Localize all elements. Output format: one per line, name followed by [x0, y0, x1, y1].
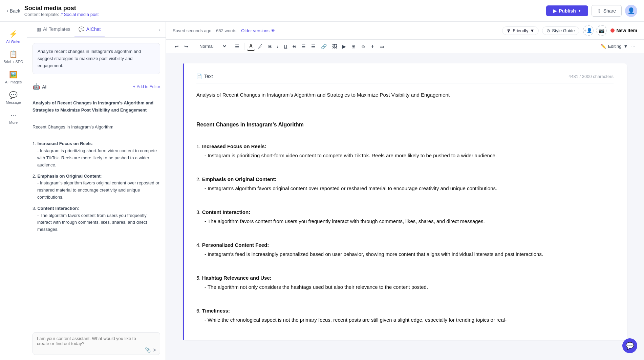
- doc-content[interactable]: Analysis of Recent Changes in Instagram'…: [196, 90, 614, 324]
- main-layout: ⚡ AI Writer 📋 Brief + SEO 🖼️ AI Images 💬…: [0, 22, 644, 360]
- text-color-button[interactable]: A: [247, 42, 255, 51]
- chevron-down-icon: ▼: [530, 28, 534, 33]
- toolbar-left-info: Saved seconds ago 652 words Older versio…: [173, 28, 275, 33]
- sidebar-item-label: AI Images: [5, 80, 22, 84]
- image-insert-button[interactable]: 🖼: [330, 42, 339, 51]
- send-icon[interactable]: ➤: [153, 347, 157, 353]
- tone-button[interactable]: 🎙 Friendly ▼: [502, 26, 539, 35]
- topbar-right: ▶ Publish ▼ ⇧ Share 👤: [546, 5, 637, 17]
- back-button[interactable]: ‹ Back: [7, 8, 20, 14]
- chat-bubble-icon: 💬: [626, 342, 634, 350]
- bold-button[interactable]: B: [266, 42, 274, 51]
- tab-templates-label: AI Templates: [43, 26, 70, 32]
- editing-label: Editing: [608, 44, 622, 49]
- add-icon: +: [133, 84, 135, 89]
- tab-ai-templates[interactable]: ▦ AI Templates: [33, 22, 74, 37]
- new-item-button[interactable]: New Item: [610, 28, 637, 33]
- ai-item-2: 2. Emphasis on Original Content: - Insta…: [33, 173, 160, 201]
- editor-card-header: 📄 Text 4481 / 3000 characters: [196, 74, 614, 83]
- undo-button[interactable]: ↩: [173, 42, 181, 51]
- older-versions-button[interactable]: Older versions 👁: [241, 28, 275, 33]
- editor-area: Saved seconds ago 652 words Older versio…: [166, 22, 644, 360]
- sidebar-item-ai-writer[interactable]: ⚡ AI Writer: [2, 27, 25, 46]
- chevron-left-panel-icon: ‹: [158, 27, 160, 32]
- camera-button[interactable]: 📷: [596, 25, 607, 36]
- share-icon: ⇧: [597, 8, 601, 14]
- add-person-icon: +👤: [584, 28, 592, 33]
- blue-bar: [183, 63, 184, 340]
- ai-item-3: 3. Content Interaction: - The algorithm …: [33, 205, 160, 233]
- image-icon: 🖼️: [9, 71, 18, 79]
- prompt-text: Analyze recent changes in Instagram's al…: [38, 49, 141, 68]
- attachment-icon[interactable]: 📎: [145, 347, 151, 353]
- underline-button[interactable]: U: [282, 42, 289, 51]
- add-collaborator-button[interactable]: +👤: [583, 25, 594, 36]
- editing-chevron-icon: ▼: [623, 44, 628, 49]
- ai-item-1: 1. Increased Focus on Reels: - Instagram…: [33, 140, 160, 168]
- sidebar-item-ai-images[interactable]: 🖼️ AI Images: [2, 68, 25, 87]
- eye-icon: 👁: [271, 28, 275, 33]
- align-button[interactable]: ☰: [233, 42, 241, 51]
- panel-collapse-button[interactable]: ‹: [158, 22, 160, 37]
- editing-badge[interactable]: ✏️ Editing ▼: [601, 44, 628, 49]
- italic-button[interactable]: I: [275, 42, 280, 51]
- editor-card: 📄 Text 4481 / 3000 characters Analysis o…: [183, 63, 627, 340]
- doc-item-6: 6. Timeliness: - While the chronological…: [196, 306, 614, 324]
- link-button[interactable]: 🔗: [319, 42, 329, 51]
- table-button[interactable]: ⊞: [349, 42, 358, 51]
- chat-input-area: 📎 ➤: [27, 328, 166, 360]
- clipboard-icon: 📋: [9, 50, 18, 58]
- emoji-button[interactable]: ☺: [359, 42, 368, 51]
- red-dot-icon: [610, 28, 615, 33]
- chat-input[interactable]: [33, 332, 160, 355]
- add-to-editor-button[interactable]: + Add to Editor: [133, 84, 160, 89]
- strikethrough-button[interactable]: S: [291, 42, 298, 51]
- more-options-button[interactable]: ···: [629, 42, 637, 51]
- chevron-left-icon: ‹: [7, 8, 8, 14]
- prompt-box: Analyze recent changes in Instagram's al…: [33, 43, 160, 74]
- editor-toolbar-top: Saved seconds ago 652 words Older versio…: [166, 22, 644, 40]
- ai-response-subtitle: Recent Changes in Instagram's Algorithm: [33, 124, 160, 131]
- format-select[interactable]: NormalHeading 1Heading 2: [196, 42, 227, 51]
- bullet-list-button[interactable]: ☰: [299, 42, 308, 51]
- new-item-label: New Item: [617, 28, 637, 33]
- ai-response-title: Analysis of Recent Changes in Instagram'…: [33, 100, 160, 114]
- topbar-left: ‹ Back Social media post Content templat…: [7, 5, 99, 17]
- play-icon: ▶: [553, 8, 557, 14]
- publish-label: Publish: [559, 8, 576, 14]
- mic-icon: 🎙: [507, 28, 511, 33]
- editor-card-title: 📄 Text: [196, 74, 213, 79]
- ordered-list-button[interactable]: ☰: [309, 42, 318, 51]
- sidebar-item-label: More: [9, 120, 18, 124]
- play-button[interactable]: ▶: [340, 42, 348, 51]
- support-chat-button[interactable]: 💬: [622, 338, 637, 353]
- template-link[interactable]: # Social media post: [60, 12, 99, 17]
- sidebar-item-more[interactable]: ··· More: [2, 108, 25, 127]
- ai-panel: ▦ AI Templates 💬 AIChat ‹ Analyze recent…: [27, 22, 166, 360]
- redo-button[interactable]: ↪: [182, 42, 190, 51]
- sidebar-item-brief-seo[interactable]: 📋 Brief + SEO: [2, 47, 25, 66]
- style-guide-button[interactable]: ⊙ Style Guide: [542, 26, 579, 35]
- message-icon: 💬: [9, 91, 18, 99]
- doc-subtitle: Recent Changes in Instagram's Algorithm: [196, 120, 614, 130]
- divider: [230, 43, 230, 50]
- doc-item-1: 1. Increased Focus on Reels: - Instagram…: [196, 142, 614, 160]
- highlight-button[interactable]: 🖊: [256, 42, 265, 51]
- tab-aichat[interactable]: 💬 AIChat: [74, 22, 105, 37]
- doc-info: Social media post Content template: # So…: [24, 5, 99, 17]
- ai-response-header: 🤖 AI + Add to Editor: [27, 80, 166, 94]
- share-label: Share: [603, 8, 616, 14]
- clear-format-button[interactable]: T̶: [369, 42, 376, 51]
- publish-button[interactable]: ▶ Publish ▼: [546, 5, 588, 16]
- left-sidebar: ⚡ AI Writer 📋 Brief + SEO 🖼️ AI Images 💬…: [0, 22, 27, 360]
- share-button[interactable]: ⇧ Share: [592, 5, 622, 17]
- avatar[interactable]: 👤: [625, 5, 637, 17]
- hash-icon: #: [60, 12, 63, 17]
- sidebar-item-message[interactable]: 💬 Message: [2, 88, 25, 107]
- add-editor-label: Add to Editor: [137, 84, 160, 89]
- ai-label: AI: [42, 84, 46, 89]
- lightning-icon: ⚡: [9, 30, 18, 38]
- comment-button[interactable]: ▭: [378, 42, 386, 51]
- doc-title: Social media post: [24, 5, 99, 12]
- toolbar-icons: +👤 📷: [583, 25, 607, 36]
